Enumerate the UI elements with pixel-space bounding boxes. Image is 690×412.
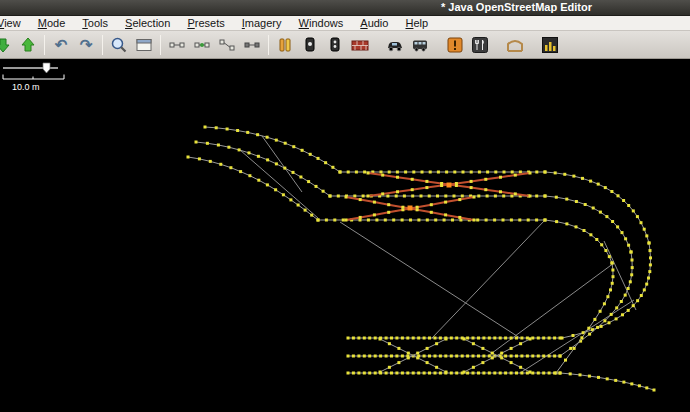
map-node[interactable] — [482, 372, 485, 375]
map-node[interactable] — [256, 133, 259, 136]
map-node[interactable] — [428, 372, 431, 375]
map-node[interactable] — [631, 266, 634, 269]
map-node[interactable] — [217, 144, 220, 147]
level-crossing-preset-button[interactable] — [443, 33, 467, 57]
map-node[interactable] — [401, 355, 404, 358]
map-node[interactable] — [544, 219, 547, 222]
map-node[interactable] — [629, 280, 632, 283]
map-node[interactable] — [611, 220, 614, 223]
map-node[interactable] — [275, 162, 278, 165]
map-node[interactable] — [484, 178, 487, 181]
map-node[interactable] — [583, 229, 586, 232]
map-node[interactable] — [379, 371, 382, 374]
map-node[interactable] — [611, 269, 614, 272]
map-node[interactable] — [461, 355, 464, 358]
map-node[interactable] — [548, 337, 551, 340]
map-node[interactable] — [615, 306, 618, 309]
map-node[interactable] — [510, 372, 513, 375]
map-node[interactable] — [500, 356, 503, 359]
map-node[interactable] — [499, 190, 502, 193]
map-node[interactable] — [595, 238, 598, 241]
map-node[interactable] — [423, 372, 426, 375]
map-node[interactable] — [645, 386, 648, 389]
map-node[interactable] — [630, 382, 633, 385]
map-node[interactable] — [409, 219, 412, 222]
map-node[interactable] — [554, 171, 557, 174]
map-node[interactable] — [542, 372, 545, 375]
map-node[interactable] — [412, 337, 415, 340]
menu-item-tools[interactable]: Tools — [75, 16, 115, 31]
map-node[interactable] — [266, 158, 269, 161]
map-node[interactable] — [518, 219, 521, 222]
map-node[interactable] — [406, 372, 409, 375]
menu-item-view[interactable]: View — [0, 16, 28, 31]
map-node[interactable] — [482, 337, 485, 340]
map-node[interactable] — [367, 195, 370, 198]
map-node[interactable] — [478, 171, 481, 174]
menu-item-audio[interactable]: Audio — [353, 16, 395, 31]
map-node[interactable] — [649, 249, 652, 252]
map-node[interactable] — [388, 366, 391, 369]
map-node[interactable] — [486, 195, 489, 198]
map-node[interactable] — [488, 355, 491, 358]
map-node[interactable] — [589, 233, 592, 236]
map-node[interactable] — [519, 342, 522, 345]
map-node[interactable] — [621, 313, 624, 316]
map-node[interactable] — [624, 294, 627, 297]
map-node[interactable] — [347, 372, 350, 375]
map-node[interactable] — [439, 337, 442, 340]
map-node[interactable] — [499, 176, 502, 179]
map-node[interactable] — [488, 372, 491, 375]
map-node[interactable] — [548, 372, 551, 375]
map-node[interactable] — [587, 327, 590, 330]
map-node[interactable] — [529, 172, 532, 175]
map-node[interactable] — [236, 129, 239, 132]
map-node[interactable] — [459, 219, 462, 222]
map-node[interactable] — [643, 228, 646, 231]
map-node[interactable] — [559, 337, 562, 340]
map-node[interactable] — [411, 178, 414, 181]
map-node[interactable] — [392, 219, 395, 222]
map-node[interactable] — [573, 347, 576, 350]
map-node[interactable] — [476, 219, 479, 222]
map-node[interactable] — [347, 171, 350, 174]
map-node[interactable] — [455, 372, 458, 375]
map-node[interactable] — [563, 173, 566, 176]
map-node[interactable] — [450, 372, 453, 375]
map-node[interactable] — [645, 283, 648, 286]
map-node[interactable] — [648, 242, 651, 245]
map-node[interactable] — [580, 336, 583, 339]
map-node[interactable] — [317, 157, 320, 160]
map-node[interactable] — [204, 126, 207, 129]
map-node[interactable] — [417, 219, 420, 222]
map-node[interactable] — [630, 273, 633, 276]
map-node[interactable] — [434, 372, 437, 375]
map-node[interactable] — [423, 337, 426, 340]
map-node[interactable] — [317, 219, 320, 222]
map-node[interactable] — [416, 208, 419, 211]
menu-item-windows[interactable]: Windows — [292, 16, 351, 31]
map-node[interactable] — [363, 355, 366, 358]
map-node[interactable] — [329, 195, 332, 198]
map-node[interactable] — [428, 195, 431, 198]
map-node[interactable] — [395, 337, 398, 340]
map-node[interactable] — [520, 372, 523, 375]
map-node[interactable] — [645, 234, 648, 237]
map-node[interactable] — [353, 195, 356, 198]
map-node[interactable] — [363, 171, 366, 174]
map-node[interactable] — [608, 255, 611, 258]
map-node[interactable] — [535, 219, 538, 222]
zoom-button[interactable] — [107, 33, 131, 57]
map-node[interactable] — [445, 171, 448, 174]
map-node[interactable] — [553, 355, 556, 358]
map-node[interactable] — [445, 371, 448, 374]
map-node[interactable] — [515, 337, 518, 340]
map-node[interactable] — [636, 215, 639, 218]
junction-node[interactable] — [408, 206, 413, 211]
map-node[interactable] — [604, 186, 607, 189]
map-node[interactable] — [238, 148, 241, 151]
map-node[interactable] — [397, 361, 400, 364]
map-node[interactable] — [548, 355, 551, 358]
map-node[interactable] — [292, 171, 295, 174]
map-node[interactable] — [653, 389, 656, 392]
